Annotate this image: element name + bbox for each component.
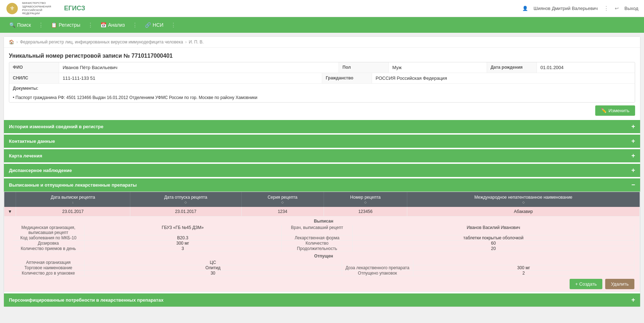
detail-trade-label: Торговое наименование <box>13 265 84 271</box>
col-number[interactable]: Номер рецепта ◇ <box>324 192 407 207</box>
section-medicines[interactable]: Выписанные и отпущенные лекарственные пр… <box>4 178 640 192</box>
sort-date-dispense: ◇ <box>134 200 238 204</box>
main-content: 🏠 › Федеральный регистр лиц, инфицирован… <box>4 36 640 307</box>
section-history-label: История изменений сведений в регистре <box>9 124 104 129</box>
search-icon: 🔍 <box>9 22 15 28</box>
exit-button[interactable]: Выход <box>624 6 638 11</box>
detail-pharmacy-row: Аптечная организация ЦС <box>13 260 634 265</box>
patient-row-snils: СНИЛС 111-111-133 51 Гражданство РОССИЯ … <box>9 73 635 84</box>
section-contacts[interactable]: Контактные данные + <box>4 135 640 148</box>
section-dispensary[interactable]: Диспансерное наблюдение + <box>4 164 640 177</box>
col-date-dispense[interactable]: Дата отпуска рецепта ◇ <box>130 192 241 207</box>
col-inn[interactable]: Международное непатентованное наименован… <box>407 192 640 207</box>
pol-value: Муж <box>389 62 487 73</box>
detail-org-row: Медицинская организация, выписавшая реце… <box>13 225 634 235</box>
nsi-icon: 🔗 <box>145 22 151 28</box>
sort-series: ◇ <box>245 200 320 204</box>
logo-area: ⚜ МИНИСТЕРСТВО ЗДРАВООХРАНЕНИЯ РОССИЙСКО… <box>6 1 85 15</box>
row-expand-cell[interactable]: ▼ <box>4 207 16 217</box>
detail-pharmacy-value: ЦС <box>84 260 342 265</box>
patient-row-fio: ФИО Иванов Пётр Васильевич Пол Муж Дата … <box>9 62 635 73</box>
record-header: Уникальный номер регистровой записи № 77… <box>4 48 640 62</box>
sort-date-write: ↓ <box>20 200 126 204</box>
section-contacts-label: Контактные данные <box>9 139 55 144</box>
nav-search[interactable]: 🔍 Поиск <box>4 19 36 31</box>
edit-icon: ✏️ <box>601 108 607 113</box>
detail-table-dispensed: Аптечная организация ЦС Торговое наимено… <box>13 260 634 276</box>
coat-of-arms-icon: ⚜ <box>6 2 19 15</box>
record-title: Уникальный номер регистровой записи № 77… <box>9 53 635 59</box>
section-history[interactable]: История изменений сведений в регистре + <box>4 120 640 133</box>
detail-daily-row: Количество приемов в день 3 Продолжитель… <box>13 246 634 251</box>
detail-org-value: ГБУЗ «ГБ №45 ДЗМ» <box>84 225 282 235</box>
breadcrumb-registry[interactable]: Федеральный регистр лиц, инфицированных … <box>20 40 183 45</box>
status-written: Выписан <box>314 219 333 224</box>
detail-dosage-row: Дозировка 300 мг Количество 60 <box>13 241 634 246</box>
more-icon[interactable]: ⋮ <box>603 5 609 12</box>
user-area: 👤 Шиянов Дмитрий Валерьевич ⋮ ↩ Выход <box>522 5 638 12</box>
section-medicines-label: Выписанные и отпущенные лекарственные пр… <box>9 182 137 188</box>
top-header: ⚜ МИНИСТЕРСТВО ЗДРАВООХРАНЕНИЯ РОССИЙСКО… <box>0 0 644 17</box>
section-treatment-toggle: + <box>631 152 635 160</box>
cell-series: 1234 <box>241 207 324 217</box>
section-dispensary-toggle: + <box>631 167 635 174</box>
cell-date-dispense: 23.01.2017 <box>130 207 241 217</box>
nav-registries[interactable]: 📋 Регистры <box>46 19 85 31</box>
expand-content: Выписан Медицинская организация, выписав… <box>4 217 639 291</box>
app-title: ЕГИСЗ <box>64 5 85 12</box>
detail-packs-value: 2 <box>413 271 634 276</box>
detail-table-written: Медицинская организация, выписавшая реце… <box>13 225 634 251</box>
col-expand <box>4 192 16 207</box>
detail-pack-qty-value: 30 <box>84 271 342 276</box>
exit-icon: ↩ <box>615 6 619 11</box>
patient-info-table: ФИО Иванов Пётр Васильевич Пол Муж Дата … <box>9 62 635 103</box>
svg-text:⚜: ⚜ <box>10 5 15 11</box>
detail-empty2 <box>413 260 634 265</box>
detail-quantity-label: Количество <box>282 241 353 246</box>
snils-label: СНИЛС <box>9 73 59 83</box>
nav-nsi[interactable]: 🔗 НСИ <box>140 19 168 31</box>
section-personified[interactable]: Персонифицированные потребности в лекарс… <box>4 293 640 307</box>
nav-analysis[interactable]: 📅 Анализ <box>95 19 130 31</box>
nav-bar: 🔍 Поиск ⋮ 📋 Регистры ⋮ 📅 Анализ ⋮ 🔗 НСИ … <box>0 17 644 33</box>
analysis-icon: 📅 <box>100 22 106 28</box>
edit-button[interactable]: ✏️ Изменить <box>595 105 635 116</box>
detail-mkb-row: Код заболевания по МКБ-10 В20.3 Лекарств… <box>13 235 634 241</box>
docs-value-row: • Паспорт гражданина РФ: 4501 123466 Выд… <box>9 93 635 102</box>
dob-value: 01.01.2004 <box>537 62 635 73</box>
detail-trade-value: Олитид <box>84 265 342 271</box>
registries-icon: 📋 <box>51 22 57 28</box>
detail-daily-label: Количество приемов в день <box>13 246 84 251</box>
detail-mkb-label: Код заболевания по МКБ-10 <box>13 235 84 241</box>
snils-value: 111-111-133 51 <box>59 73 322 83</box>
section-dispensary-label: Диспансерное наблюдение <box>9 168 72 173</box>
detail-quantity-value: 60 <box>353 241 634 246</box>
col-date-write[interactable]: Дата выписки рецепта ↓ <box>16 192 130 207</box>
home-icon[interactable]: 🏠 <box>9 40 14 45</box>
delete-button[interactable]: Удалить <box>605 279 634 289</box>
detail-dosage-value: 300 мг <box>84 241 282 246</box>
detail-doctor-label: Врач, выписавший рецепт <box>282 225 353 235</box>
nav-sep-1: ⋮ <box>38 22 44 28</box>
detail-pack-row: Количество доз в упаковке 30 Отпущено уп… <box>13 271 634 276</box>
sort-number: ◇ <box>328 200 404 204</box>
username: Шиянов Дмитрий Валерьевич <box>534 6 598 11</box>
fio-value: Иванов Пётр Васильевич <box>59 62 339 73</box>
expand-detail-row: Выписан Медицинская организация, выписав… <box>4 217 640 292</box>
breadcrumb: 🏠 › Федеральный регистр лиц, инфицирован… <box>4 37 640 48</box>
section-treatment-label: Карта лечения <box>9 153 42 158</box>
table-row[interactable]: ▼ 23.01.2017 23.01.2017 1234 123456 Абак… <box>4 207 640 217</box>
section-personified-toggle: + <box>631 296 635 304</box>
medicines-table-header: Дата выписки рецепта ↓ Дата отпуска реце… <box>4 192 640 207</box>
citizenship-value: РОССИЯ Российская Федерация <box>372 73 635 83</box>
create-button[interactable]: + Создать <box>570 279 603 289</box>
col-series[interactable]: Серия рецепта ◇ <box>241 192 324 207</box>
detail-duration-value: 20 <box>353 246 634 251</box>
section-treatment[interactable]: Карта лечения + <box>4 149 640 162</box>
docs-row: Документы: <box>9 84 635 93</box>
section-history-toggle: + <box>631 123 635 130</box>
detail-mkb-value: В20.3 <box>84 235 282 241</box>
chevron-down-icon: ▼ <box>8 209 12 214</box>
detail-dose-value: 300 мг <box>413 265 634 271</box>
detail-trade-row: Торговое наименование Олитид Доза лекарс… <box>13 265 634 271</box>
